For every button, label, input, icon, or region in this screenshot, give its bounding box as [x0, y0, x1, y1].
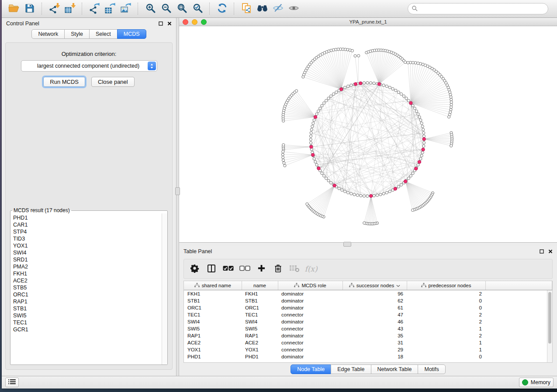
cell-predecessor[interactable]: 2: [407, 290, 485, 298]
table-row[interactable]: STB1STB1dominator620: [184, 297, 552, 304]
cell-successor[interactable]: 96: [343, 290, 407, 298]
cell-name[interactable]: SWI4: [242, 318, 278, 325]
cell-shared_name[interactable]: FKH1: [184, 290, 242, 298]
cell-mcds_role[interactable]: dominator: [278, 290, 343, 298]
hide-selected-button[interactable]: [271, 2, 285, 16]
delete-button[interactable]: [270, 261, 285, 276]
first-neighbors-button[interactable]: [255, 2, 269, 16]
mcds-result-item[interactable]: YOX1: [13, 242, 162, 249]
criterion-select[interactable]: largest connected component (undirected): [21, 60, 157, 72]
cell-predecessor[interactable]: 0: [407, 304, 485, 311]
vertical-splitter[interactable]: [176, 18, 179, 376]
cell-name[interactable]: STB1: [242, 297, 278, 304]
column-header-successor[interactable]: successor nodes: [343, 281, 407, 290]
export-table-button[interactable]: [103, 2, 117, 16]
deselect-all-button[interactable]: [237, 261, 252, 276]
cell-name[interactable]: RAP1: [242, 332, 278, 339]
horizontal-splitter[interactable]: [179, 243, 557, 246]
tab-network[interactable]: Network: [31, 29, 65, 39]
table-row[interactable]: PHD1PHD1dominator180: [184, 353, 552, 360]
vertical-splitter-handle[interactable]: [175, 187, 180, 195]
cell-shared_name[interactable]: RAP1: [184, 332, 242, 339]
task-history-button[interactable]: [5, 378, 19, 387]
mcds-result-item[interactable]: SRD1: [13, 256, 162, 263]
chevron-down-icon[interactable]: [396, 283, 400, 288]
column-header-shared_name[interactable]: shared name: [184, 281, 242, 290]
search-input[interactable]: [408, 3, 548, 14]
horizontal-splitter-handle[interactable]: [343, 242, 351, 247]
cell-successor[interactable]: 29: [343, 346, 407, 353]
cell-shared_name[interactable]: SWI5: [184, 325, 242, 332]
close-panel-button[interactable]: Close panel: [91, 77, 135, 87]
cell-name[interactable]: ORC1: [242, 304, 278, 311]
cell-shared_name[interactable]: YOX1: [184, 346, 242, 353]
table-row[interactable]: ACE2ACE2connector311: [184, 339, 552, 346]
cell-successor[interactable]: 61: [343, 304, 407, 311]
cell-name[interactable]: FKH1: [242, 290, 278, 298]
cell-name[interactable]: ACE2: [242, 339, 278, 346]
cell-predecessor[interactable]: 0: [407, 297, 485, 304]
import-network-button[interactable]: [47, 2, 61, 16]
zoom-fit-button[interactable]: [175, 2, 189, 16]
table-scrollbar[interactable]: [547, 290, 552, 362]
mcds-result-item[interactable]: STP4: [13, 228, 162, 235]
table-row[interactable]: FKH1FKH1dominator962: [184, 290, 552, 298]
import-table-button[interactable]: [63, 2, 77, 16]
refresh-view-button[interactable]: [215, 2, 229, 16]
table-row[interactable]: TEC1TEC1connector472: [184, 311, 552, 318]
close-table-panel-icon[interactable]: [548, 249, 553, 254]
mcds-result-item[interactable]: ORC1: [13, 291, 162, 298]
tab-edge-table[interactable]: Edge Table: [331, 364, 371, 374]
cell-predecessor[interactable]: 1: [407, 346, 485, 353]
tab-motifs[interactable]: Motifs: [418, 364, 445, 374]
cell-predecessor[interactable]: 0: [407, 353, 485, 360]
mcds-result-item[interactable]: PMA2: [13, 263, 162, 270]
cell-mcds_role[interactable]: connector: [278, 339, 343, 346]
cell-name[interactable]: YOX1: [242, 346, 278, 353]
cell-shared_name[interactable]: PHD1: [184, 353, 242, 360]
cell-successor[interactable]: 35: [343, 332, 407, 339]
cell-shared_name[interactable]: TEC1: [184, 311, 242, 318]
column-header-predecessor[interactable]: predecessor nodes: [407, 281, 485, 290]
cell-successor[interactable]: 18: [343, 353, 407, 360]
mcds-result-item[interactable]: TID3: [13, 235, 162, 242]
cell-mcds_role[interactable]: dominator: [278, 318, 343, 325]
export-network-button[interactable]: [87, 2, 101, 16]
cell-mcds_role[interactable]: connector: [278, 311, 343, 318]
zoom-selected-button[interactable]: [190, 2, 204, 16]
tab-style[interactable]: Style: [64, 29, 90, 39]
result-scrollbar[interactable]: [162, 213, 167, 364]
tab-node-table[interactable]: Node Table: [291, 364, 331, 374]
mcds-result-item[interactable]: RAP1: [13, 298, 162, 305]
float-table-panel-icon[interactable]: [539, 249, 544, 254]
cell-mcds_role[interactable]: connector: [278, 325, 343, 332]
export-image-button[interactable]: [119, 2, 133, 16]
table-row[interactable]: RAP1RAP1dominator352: [184, 332, 552, 339]
cell-shared_name[interactable]: SWI4: [184, 318, 242, 325]
columns-button[interactable]: [204, 261, 219, 276]
cell-mcds_role[interactable]: connector: [278, 346, 343, 353]
mcds-result-item[interactable]: ACE2: [13, 277, 162, 284]
cell-predecessor[interactable]: 2: [407, 332, 485, 339]
tab-select[interactable]: Select: [89, 29, 118, 39]
add-button[interactable]: [254, 261, 269, 276]
cell-mcds_role[interactable]: dominator: [278, 304, 343, 311]
cell-name[interactable]: PHD1: [242, 353, 278, 360]
table-row[interactable]: SWI5SWI5connector431: [184, 325, 552, 332]
mcds-result-item[interactable]: TEC1: [13, 319, 162, 326]
cell-successor[interactable]: 47: [343, 311, 407, 318]
cell-predecessor[interactable]: 2: [407, 318, 485, 325]
show-all-button[interactable]: [287, 2, 301, 16]
cell-successor[interactable]: 62: [343, 297, 407, 304]
zoom-in-button[interactable]: [143, 2, 157, 16]
column-header-name[interactable]: name: [242, 281, 278, 290]
settings-button[interactable]: [187, 261, 202, 276]
mcds-result-item[interactable]: STB1: [13, 305, 162, 312]
cell-predecessor[interactable]: 2: [407, 311, 485, 318]
table-row[interactable]: YOX1YOX1connector291: [184, 346, 552, 353]
tab-network-table[interactable]: Network Table: [371, 364, 419, 374]
mcds-result-item[interactable]: STB5: [13, 284, 162, 291]
tab-mcds[interactable]: MCDS: [117, 29, 146, 39]
cell-mcds_role[interactable]: dominator: [278, 297, 343, 304]
cell-shared_name[interactable]: STB1: [184, 297, 242, 304]
